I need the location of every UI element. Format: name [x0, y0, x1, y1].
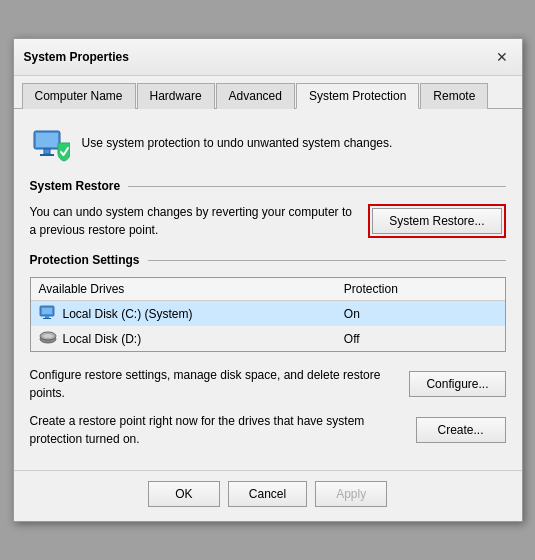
restore-button-wrapper: System Restore...: [368, 204, 505, 238]
drive-c-name: Local Disk (C:) (System): [63, 307, 193, 321]
create-description: Create a restore point right now for the…: [30, 412, 404, 448]
tab-computer-name[interactable]: Computer Name: [22, 83, 136, 109]
protection-settings-section: Protection Settings Available Drives Pro…: [30, 253, 506, 352]
drive-d-name: Local Disk (D:): [63, 332, 142, 346]
drive-c-icon: [39, 305, 57, 322]
drives-table: Available Drives Protection: [30, 277, 506, 352]
title-bar: System Properties ✕: [14, 39, 522, 76]
svg-rect-6: [45, 316, 49, 318]
col-protection-header: Protection: [344, 282, 497, 296]
system-restore-title: System Restore: [30, 179, 506, 193]
window-title: System Properties: [24, 50, 129, 64]
configure-description: Configure restore settings, manage disk …: [30, 366, 398, 402]
header-description: Use system protection to undo unwanted s…: [82, 136, 393, 150]
table-row[interactable]: Local Disk (C:) (System) On: [31, 301, 505, 326]
system-restore-section: System Restore You can undo system chang…: [30, 179, 506, 239]
tab-bar: Computer Name Hardware Advanced System P…: [14, 76, 522, 109]
svg-rect-1: [44, 149, 50, 154]
tab-system-protection[interactable]: System Protection: [296, 83, 419, 109]
drive-d-icon: [39, 330, 57, 347]
svg-rect-2: [40, 154, 54, 156]
tab-hardware[interactable]: Hardware: [137, 83, 215, 109]
tab-remote[interactable]: Remote: [420, 83, 488, 109]
apply-button[interactable]: Apply: [315, 481, 387, 507]
ok-button[interactable]: OK: [148, 481, 220, 507]
table-row[interactable]: Local Disk (D:) Off: [31, 326, 505, 351]
drive-d-protection: Off: [344, 332, 497, 346]
system-restore-button[interactable]: System Restore...: [372, 208, 501, 234]
configure-row: Configure restore settings, manage disk …: [30, 366, 506, 402]
create-row: Create a restore point right now for the…: [30, 412, 506, 448]
svg-rect-7: [43, 318, 51, 319]
svg-point-10: [43, 334, 53, 338]
create-button[interactable]: Create...: [416, 417, 506, 443]
table-header: Available Drives Protection: [31, 278, 505, 301]
shield-icon: [30, 123, 70, 163]
bottom-actions: Configure restore settings, manage disk …: [30, 366, 506, 448]
close-button[interactable]: ✕: [492, 47, 512, 67]
col-drives-header: Available Drives: [39, 282, 344, 296]
cancel-button[interactable]: Cancel: [228, 481, 307, 507]
header-section: Use system protection to undo unwanted s…: [30, 123, 506, 163]
system-properties-window: System Properties ✕ Computer Name Hardwa…: [13, 38, 523, 522]
drive-c-protection: On: [344, 307, 497, 321]
protection-settings-title: Protection Settings: [30, 253, 506, 267]
footer: OK Cancel Apply: [14, 470, 522, 521]
tab-advanced[interactable]: Advanced: [216, 83, 295, 109]
tab-content: Use system protection to undo unwanted s…: [14, 109, 522, 470]
svg-rect-5: [42, 308, 52, 314]
svg-rect-3: [36, 133, 58, 147]
configure-button[interactable]: Configure...: [409, 371, 505, 397]
restore-row: You can undo system changes by reverting…: [30, 203, 506, 239]
restore-description: You can undo system changes by reverting…: [30, 203, 357, 239]
